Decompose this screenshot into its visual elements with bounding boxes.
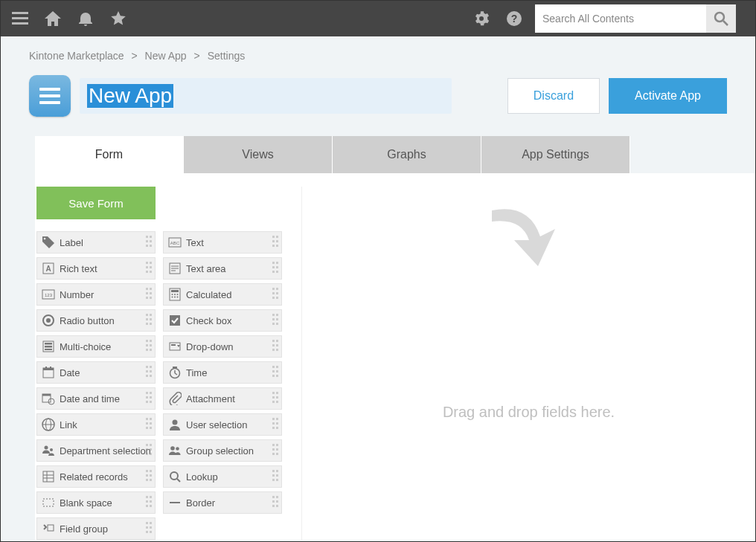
field-item-department-selection[interactable]: Department selection xyxy=(36,439,156,462)
field-item-label: Department selection xyxy=(60,445,151,456)
link-icon xyxy=(40,416,57,433)
field-item-attachment[interactable]: Attachment xyxy=(163,387,282,410)
tab-form[interactable]: Form xyxy=(35,136,184,173)
field-item-border[interactable]: Border xyxy=(163,491,282,514)
field-item-label: Link xyxy=(60,419,77,430)
drag-handle-icon xyxy=(146,444,152,459)
svg-line-59 xyxy=(177,479,180,482)
favorites-button[interactable] xyxy=(102,1,135,36)
field-item-rich-text[interactable]: ARich text xyxy=(36,257,156,280)
svg-text:ABC: ABC xyxy=(170,241,180,245)
notifications-button[interactable] xyxy=(69,1,102,36)
field-item-drop-down[interactable]: Drop-down xyxy=(163,335,282,358)
svg-rect-30 xyxy=(45,343,52,345)
field-item-group-selection[interactable]: Group selection xyxy=(163,439,282,462)
related-icon xyxy=(40,468,57,485)
breadcrumb-item[interactable]: New App xyxy=(145,50,187,62)
drag-handle-icon xyxy=(146,470,152,485)
settings-button[interactable] xyxy=(465,1,498,36)
svg-rect-2 xyxy=(12,22,28,25)
form-canvas[interactable]: Drag and drop fields here. xyxy=(301,187,755,540)
svg-point-23 xyxy=(172,297,173,298)
breadcrumb-item[interactable]: Settings xyxy=(208,50,246,62)
help-button[interactable]: ? xyxy=(498,1,531,36)
svg-point-45 xyxy=(48,399,54,404)
drag-handle-icon xyxy=(272,288,278,303)
field-item-label: Calculated xyxy=(186,289,231,300)
gear-icon xyxy=(474,11,489,26)
field-item-text-area[interactable]: Text area xyxy=(163,257,282,280)
field-item-date[interactable]: Date xyxy=(36,361,156,384)
drag-handle-icon xyxy=(272,314,278,329)
svg-point-24 xyxy=(174,297,176,298)
drag-handle-icon xyxy=(146,522,152,537)
svg-point-21 xyxy=(174,294,176,295)
home-icon xyxy=(45,11,61,26)
field-item-label[interactable]: Label xyxy=(36,231,156,254)
field-item-field-group[interactable]: Field group xyxy=(36,517,156,540)
editor: Save Form LabelABCTextARich textText are… xyxy=(35,173,755,540)
field-item-text[interactable]: ABCText xyxy=(163,231,282,254)
save-form-button[interactable]: Save Form xyxy=(36,187,156,219)
svg-text:?: ? xyxy=(511,13,518,25)
field-item-label: Multi-choice xyxy=(60,341,111,352)
list-icon xyxy=(39,88,60,104)
multichoice-icon xyxy=(40,338,57,355)
home-button[interactable] xyxy=(36,1,69,36)
search-wrap xyxy=(535,4,736,33)
svg-line-41 xyxy=(175,373,177,375)
bell-icon xyxy=(79,11,92,26)
field-item-link[interactable]: Link xyxy=(36,413,156,436)
svg-point-51 xyxy=(50,448,53,451)
field-item-calculated[interactable]: Calculated xyxy=(163,283,282,306)
field-grid: LabelABCTextARich textText area123Number… xyxy=(36,231,282,540)
field-item-label: Lookup xyxy=(186,471,218,483)
drag-handle-icon xyxy=(272,444,278,459)
tab-app-settings[interactable]: App Settings xyxy=(481,136,630,173)
canvas-hint: Drag and drop fields here. xyxy=(443,404,615,421)
drag-handle-icon xyxy=(272,236,278,251)
svg-line-6 xyxy=(723,21,728,25)
drag-handle-icon xyxy=(146,262,152,277)
app-icon[interactable] xyxy=(29,75,71,117)
breadcrumb-item[interactable]: Kintone Marketplace xyxy=(29,50,124,62)
tab-views[interactable]: Views xyxy=(184,136,333,173)
field-item-related-records[interactable]: Related records xyxy=(36,465,156,488)
field-item-blank-space[interactable]: Blank space xyxy=(36,491,156,514)
svg-point-5 xyxy=(715,13,724,22)
breadcrumb-sep: > xyxy=(194,50,200,62)
drag-handle-icon xyxy=(146,418,152,433)
search-input[interactable] xyxy=(535,4,706,33)
discard-button[interactable]: Discard xyxy=(507,78,600,114)
field-item-date-and-time[interactable]: Date and time xyxy=(36,387,156,410)
field-item-radio-button[interactable]: Radio button xyxy=(36,309,156,332)
field-item-user-selection[interactable]: User selection xyxy=(163,413,282,436)
tab-graphs[interactable]: Graphs xyxy=(333,136,481,173)
fieldgroup-icon xyxy=(40,520,57,537)
hamburger-icon xyxy=(12,12,28,25)
field-item-label: User selection xyxy=(186,419,247,430)
field-item-number[interactable]: 123Number xyxy=(36,283,156,306)
group-icon xyxy=(167,442,183,459)
abc-icon: ABC xyxy=(167,234,183,251)
field-item-label: Blank space xyxy=(60,497,112,509)
svg-rect-42 xyxy=(173,367,177,368)
field-item-check-box[interactable]: Check box xyxy=(163,309,282,332)
tag-icon xyxy=(40,234,57,251)
field-item-multi-choice[interactable]: Multi-choice xyxy=(36,335,156,358)
svg-rect-38 xyxy=(50,367,51,369)
menu-button[interactable] xyxy=(4,1,36,36)
lookup-icon xyxy=(167,468,183,485)
activate-button[interactable]: Activate App xyxy=(609,78,727,114)
field-item-label: Date and time xyxy=(60,393,120,404)
svg-rect-1 xyxy=(12,17,28,19)
datetime-icon xyxy=(40,390,57,407)
field-item-label: Radio button xyxy=(60,315,115,326)
field-item-lookup[interactable]: Lookup xyxy=(163,465,282,488)
drag-handle-icon xyxy=(272,366,278,381)
drag-handle-icon xyxy=(272,470,278,485)
field-item-time[interactable]: Time xyxy=(163,361,282,384)
app-name-input[interactable]: New App xyxy=(80,78,452,114)
search-button[interactable] xyxy=(706,4,736,33)
breadcrumb: Kintone Marketplace > New App > Settings xyxy=(1,50,755,75)
